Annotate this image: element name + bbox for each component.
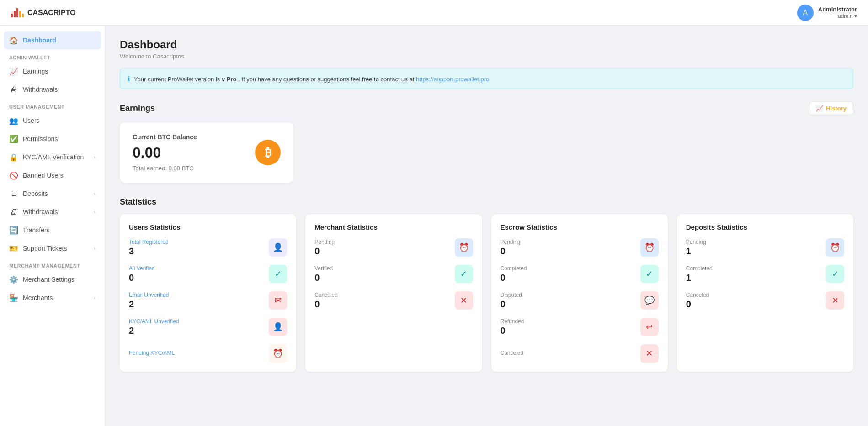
sidebar-item-banned-users[interactable]: 🚫 Banned Users xyxy=(0,166,105,184)
stat-icon-deposits-canceled: ✕ xyxy=(826,291,844,310)
stat-value: 0 xyxy=(501,273,527,283)
user-management-label: USER MANAGEMENT xyxy=(0,99,105,111)
stat-label: Canceled xyxy=(501,350,524,356)
transfers-icon: 🔄 xyxy=(9,226,18,235)
stat-icon-merchant-canceled: ✕ xyxy=(455,291,473,310)
stat-value: 0 xyxy=(686,299,709,310)
permissions-icon: ✅ xyxy=(9,134,18,143)
sidebar-item-kyc-aml[interactable]: 🔒 KYC/AML Verification › xyxy=(0,148,105,166)
users-statistics-card: Users Statistics Total Registered 3 👤 Al… xyxy=(120,214,296,372)
stat-value: 1 xyxy=(686,246,706,257)
stat-value: 0 xyxy=(314,273,333,283)
stat-label: Canceled xyxy=(314,292,338,298)
stat-value: 3 xyxy=(129,246,169,257)
dashboard-icon: 🏠 xyxy=(9,36,18,45)
stat-label: Verified xyxy=(314,265,333,272)
balance-card: Current BTC Balance 0.00 Total earned: 0… xyxy=(120,122,293,183)
balance-amount: 0.00 xyxy=(133,144,197,161)
stat-icon-deposits-pending: ⏰ xyxy=(826,238,844,257)
stat-label: Email Unverified xyxy=(129,292,169,298)
stat-icon-kyc-unverified: 👤 xyxy=(269,318,287,336)
stat-label: Disputed xyxy=(501,292,522,298)
user-role: Administrator xyxy=(818,6,857,13)
stat-label: Completed xyxy=(501,265,527,272)
balance-total: Total earned: 0.00 BTC xyxy=(133,165,197,172)
support-link[interactable]: https://support.prowallet.pro xyxy=(416,76,489,83)
stat-label: Refunded xyxy=(501,318,524,325)
stat-value: 2 xyxy=(129,326,179,336)
chevron-right-icon: › xyxy=(94,246,96,251)
sidebar-item-deposits[interactable]: 🖥 Deposits › xyxy=(0,184,105,203)
users-stat-title: Users Statistics xyxy=(129,223,287,231)
stat-row-all-verified: All Verified 0 ✓ xyxy=(129,265,287,283)
sidebar-item-withdrawals2[interactable]: 🖨 Withdrawals › xyxy=(0,203,105,221)
sidebar-item-earnings[interactable]: 📈 Earnings xyxy=(0,62,105,80)
info-banner: ℹ Your current ProWallet version is v Pr… xyxy=(120,69,853,89)
stat-row-escrow-pending: Pending 0 ⏰ xyxy=(501,238,659,257)
stat-icon-email-unverified: ✉ xyxy=(269,291,287,310)
kyc-icon: 🔒 xyxy=(9,153,18,162)
earnings-section-header: Earnings 📈 History xyxy=(120,102,853,115)
stat-row-merchant-canceled: Canceled 0 ✕ xyxy=(314,291,473,310)
stat-icon-merchant-pending: ⏰ xyxy=(455,238,473,257)
merchant-stat-title: Merchant Statistics xyxy=(314,223,473,231)
stat-value: 1 xyxy=(686,273,713,283)
stat-icon-escrow-canceled: ✕ xyxy=(640,344,659,363)
stat-row-deposits-pending: Pending 1 ⏰ xyxy=(686,238,844,257)
banned-icon: 🚫 xyxy=(9,171,18,180)
logo-bars xyxy=(11,8,24,17)
sidebar-item-withdrawals[interactable]: 🖨 Withdrawals xyxy=(0,80,105,99)
stat-icon-all-verified: ✓ xyxy=(269,265,287,283)
stat-label: KYC/AML Unverified xyxy=(129,318,179,325)
history-button[interactable]: 📈 History xyxy=(809,102,853,115)
sidebar-item-transfers[interactable]: 🔄 Transfers xyxy=(0,221,105,239)
merchant-settings-icon: ⚙️ xyxy=(9,275,18,284)
avatar: A xyxy=(797,5,814,21)
earnings-icon: 📈 xyxy=(9,67,18,76)
layout: 🏠 Dashboard ADMIN WALLET 📈 Earnings 🖨 Wi… xyxy=(0,26,868,426)
sidebar-item-users[interactable]: 👥 Users xyxy=(0,111,105,130)
sidebar: 🏠 Dashboard ADMIN WALLET 📈 Earnings 🖨 Wi… xyxy=(0,26,105,426)
stat-row-escrow-disputed: Disputed 0 💬 xyxy=(501,291,659,310)
stat-label: Pending xyxy=(686,239,706,245)
stat-row-pending-kyc: Pending KYC/AML ⏰ xyxy=(129,344,287,363)
logo: CASACRIPTO xyxy=(11,8,76,17)
stat-label: All Verified xyxy=(129,265,155,272)
escrow-stat-title: Escrow Statistics xyxy=(501,223,659,231)
stat-value: 2 xyxy=(129,299,169,310)
sidebar-item-merchants[interactable]: 🏪 Merchants › xyxy=(0,289,105,307)
sidebar-item-support-tickets[interactable]: 🎫 Support Tickets › xyxy=(0,239,105,258)
withdrawals-icon: 🖨 xyxy=(9,85,18,94)
stat-icon-total-registered: 👤 xyxy=(269,238,287,257)
stat-icon-escrow-completed: ✓ xyxy=(640,265,659,283)
stat-label: Pending xyxy=(314,239,335,245)
sidebar-item-merchant-settings[interactable]: ⚙️ Merchant Settings xyxy=(0,270,105,289)
deposits-stat-title: Deposits Statistics xyxy=(686,223,844,231)
stat-row-escrow-refunded: Refunded 0 ↩ xyxy=(501,318,659,336)
stat-label: Pending xyxy=(501,239,521,245)
stat-label: Pending KYC/AML xyxy=(129,350,175,356)
deposits-statistics-card: Deposits Statistics Pending 1 ⏰ Complete… xyxy=(677,214,853,372)
page-subtitle: Welcome to Casacriptos. xyxy=(120,53,853,60)
stat-value: 0 xyxy=(501,299,522,310)
stat-row-deposits-canceled: Canceled 0 ✕ xyxy=(686,291,844,310)
stat-icon-pending-kyc: ⏰ xyxy=(269,344,287,363)
stat-value: 0 xyxy=(501,246,521,257)
user-info[interactable]: A Administrator admin ▾ xyxy=(797,5,857,21)
stat-row-kyc-unverified: KYC/AML Unverified 2 👤 xyxy=(129,318,287,336)
stat-value: 0 xyxy=(129,273,155,283)
stat-label: Canceled xyxy=(686,292,709,298)
admin-wallet-label: ADMIN WALLET xyxy=(0,49,105,62)
sidebar-item-permissions[interactable]: ✅ Permissions xyxy=(0,130,105,148)
stat-icon-escrow-disputed: 💬 xyxy=(640,291,659,310)
stat-value: 0 xyxy=(314,299,338,310)
earnings-title: Earnings xyxy=(120,104,155,113)
stat-row-escrow-canceled: Canceled ✕ xyxy=(501,344,659,363)
chevron-down-icon: ▾ xyxy=(854,13,857,19)
stat-label: Total Registered xyxy=(129,239,169,245)
stat-label: Completed xyxy=(686,265,713,272)
users-icon: 👥 xyxy=(9,116,18,125)
chevron-right-icon: › xyxy=(94,209,96,215)
deposits-icon: 🖥 xyxy=(9,189,18,198)
sidebar-item-dashboard[interactable]: 🏠 Dashboard xyxy=(4,31,101,49)
